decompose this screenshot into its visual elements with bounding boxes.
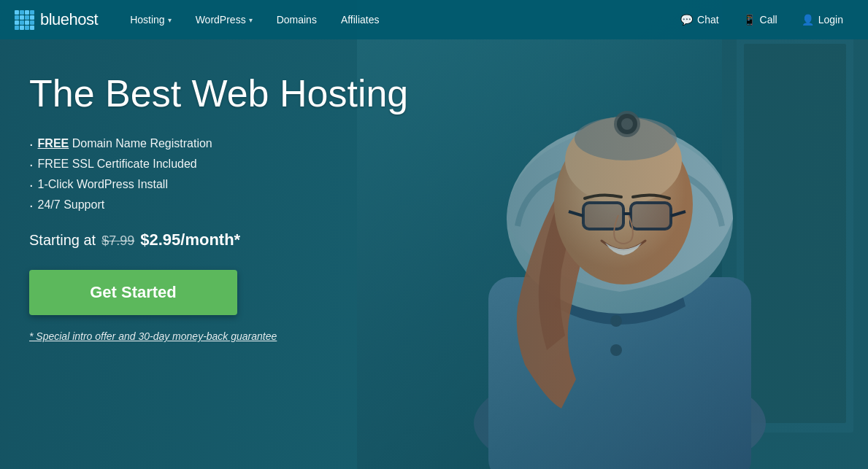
free-label-1: FREE — [38, 137, 69, 150]
navbar: bluehost Hosting ▾ WordPress ▾ Domains A… — [0, 0, 868, 39]
login-button[interactable]: 👤 Login — [791, 8, 853, 31]
user-icon: 👤 — [802, 14, 814, 26]
hero-title: The Best Web Hosting — [29, 73, 408, 115]
phone-icon: 📱 — [743, 14, 756, 26]
nav-right-actions: 💬 Chat 📱 Call 👤 Login — [670, 8, 853, 31]
pricing-section: Starting at $7.99 $2.95/month* — [29, 230, 408, 249]
logo[interactable]: bluehost — [15, 10, 98, 30]
chat-button[interactable]: 💬 Chat — [670, 8, 729, 31]
brand-name: bluehost — [40, 10, 98, 29]
feature-ssl: · FREE SSL Certificate Included — [29, 157, 408, 171]
bullet-1: · — [29, 136, 34, 151]
nav-wordpress[interactable]: WordPress ▾ — [185, 8, 263, 31]
feature-domain: · FREE Domain Name Registration — [29, 136, 408, 151]
nav-domains[interactable]: Domains — [266, 8, 327, 31]
chat-icon: 💬 — [680, 14, 693, 26]
logo-grid-icon — [15, 10, 34, 30]
hosting-chevron-icon: ▾ — [168, 16, 172, 24]
wordpress-chevron-icon: ▾ — [249, 16, 253, 24]
bullet-4: · — [29, 198, 34, 212]
call-button[interactable]: 📱 Call — [733, 8, 788, 31]
get-started-button[interactable]: Get Started — [29, 270, 237, 315]
nav-affiliates[interactable]: Affiliates — [331, 8, 390, 31]
bullet-3: · — [29, 177, 34, 192]
feature-wordpress: · 1-Click WordPress Install — [29, 177, 408, 192]
hero-content: The Best Web Hosting · FREE Domain Name … — [29, 73, 408, 343]
price-original: $7.99 — [101, 233, 134, 249]
guarantee-link[interactable]: * Special intro offer and 30-day money-b… — [29, 330, 277, 342]
nav-links: Hosting ▾ WordPress ▾ Domains Affiliates — [120, 8, 670, 31]
hero-section: bluehost Hosting ▾ WordPress ▾ Domains A… — [0, 0, 868, 469]
bullet-2: · — [29, 157, 34, 171]
feature-support: · 24/7 Support — [29, 198, 408, 212]
price-current: $2.95/month* — [140, 230, 240, 249]
hero-features-list: · FREE Domain Name Registration · FREE S… — [29, 136, 408, 212]
nav-hosting[interactable]: Hosting ▾ — [120, 8, 181, 31]
pricing-prefix: Starting at — [29, 232, 96, 249]
